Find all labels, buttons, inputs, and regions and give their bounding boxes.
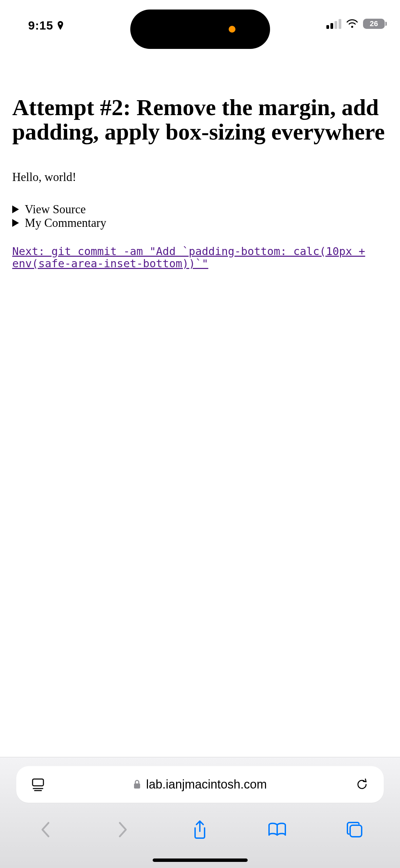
svg-point-0 — [59, 23, 61, 25]
share-button[interactable] — [186, 816, 213, 843]
page-body-text: Hello, world! — [12, 170, 388, 184]
lock-icon — [133, 779, 141, 790]
page-heading: Attempt #2: Remove the margin, add paddi… — [12, 95, 388, 144]
page-content: Attempt #2: Remove the margin, add paddi… — [0, 44, 400, 270]
status-time-group: 9:15 — [28, 19, 64, 32]
address-url: lab.ianjmacintosh.com — [146, 777, 267, 792]
book-icon — [267, 821, 287, 838]
status-time: 9:15 — [28, 19, 53, 32]
dynamic-island — [130, 10, 270, 49]
status-bar: 9:15 26 — [0, 0, 400, 44]
details-commentary[interactable]: My Commentary — [12, 216, 388, 230]
forward-button[interactable] — [109, 816, 136, 843]
safari-toolbar — [0, 811, 400, 848]
location-icon — [57, 21, 64, 30]
share-icon — [192, 820, 208, 839]
chevron-left-icon — [40, 821, 51, 838]
bookmarks-button[interactable] — [264, 816, 291, 843]
chevron-right-icon — [117, 821, 129, 838]
page-settings-icon — [31, 777, 45, 792]
address-bar[interactable]: lab.ianjmacintosh.com — [16, 766, 384, 803]
svg-rect-1 — [33, 779, 43, 786]
details-view-source[interactable]: View Source — [12, 203, 388, 216]
summary-commentary[interactable]: My Commentary — [12, 216, 388, 230]
recording-indicator-dot — [229, 26, 235, 33]
svg-rect-4 — [134, 783, 140, 789]
reload-button[interactable] — [353, 778, 372, 791]
wifi-icon — [346, 19, 358, 29]
next-link[interactable]: Next: git commit -am "Add `padding-botto… — [12, 245, 388, 270]
summary-view-source[interactable]: View Source — [12, 203, 388, 216]
page-settings-button[interactable] — [28, 777, 47, 792]
home-indicator — [153, 858, 248, 862]
battery-indicator: 26 — [363, 19, 385, 29]
svg-rect-6 — [350, 825, 362, 837]
status-right-group: 26 — [326, 19, 385, 29]
cellular-signal-icon — [326, 19, 341, 29]
address-bar-center[interactable]: lab.ianjmacintosh.com — [133, 777, 267, 792]
tabs-button[interactable] — [341, 816, 368, 843]
reload-icon — [355, 778, 369, 791]
safari-chrome: lab.ianjmacintosh.com — [0, 757, 400, 868]
battery-percent: 26 — [370, 19, 378, 28]
back-button[interactable] — [32, 816, 59, 843]
tabs-icon — [345, 820, 364, 839]
